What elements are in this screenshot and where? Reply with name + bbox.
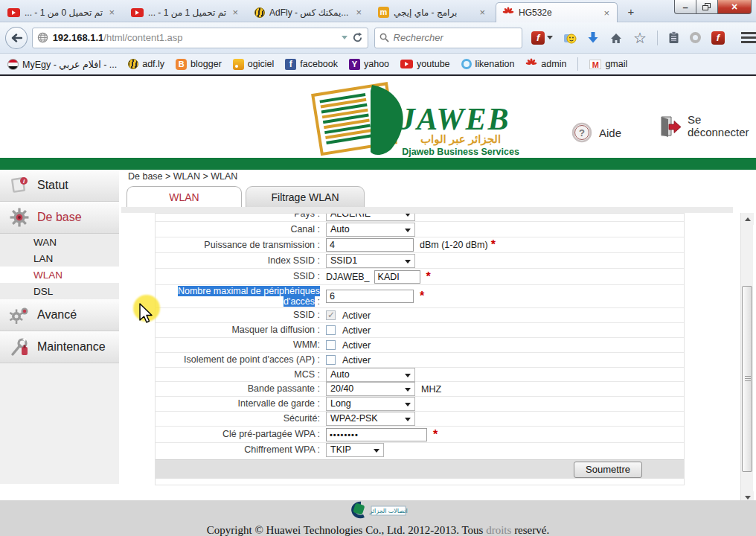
sidebar-item-de-base[interactable]: De base xyxy=(0,202,119,234)
browser-window: تم تحميل 0 من 1 - ... × تم تحميل 1 من 1 … xyxy=(0,0,756,536)
security-select[interactable]: WPA2-PSK xyxy=(326,412,415,426)
max-devices-input[interactable] xyxy=(326,290,414,303)
field-suffix: MHZ xyxy=(421,384,441,395)
close-icon[interactable]: × xyxy=(354,7,363,17)
ghostery-icon[interactable] xyxy=(690,32,701,43)
help-link[interactable]: ? Aide xyxy=(571,122,621,143)
logout-link[interactable]: Se déconnecter xyxy=(656,113,756,138)
triangle-down-icon xyxy=(745,496,751,500)
minimize-button[interactable]: – xyxy=(674,0,696,14)
page-footer: اتصالات الجزائر Copyright © Huawei Techn… xyxy=(0,500,756,536)
mcs-select[interactable]: Auto xyxy=(326,368,415,382)
bookmark-blogger[interactable]: Bblogger xyxy=(176,59,222,70)
menu-hamburger-icon[interactable] xyxy=(741,32,756,43)
index-ssid-select[interactable]: SSID1 xyxy=(326,254,415,268)
svg-text:الجزائر عبر الواب: الجزائر عبر الواب xyxy=(420,133,501,146)
copyright-prefix: Copyright © Huawei Technologies Co., Ltd… xyxy=(207,524,486,536)
tab-wlan[interactable]: WLAN xyxy=(126,186,242,208)
tab-myegy[interactable]: m برامج - ماي إيجي × xyxy=(372,2,493,22)
tab-title: تم تحميل 0 من 1 - ... xyxy=(25,7,103,18)
ssid-enable-checkbox xyxy=(326,310,336,320)
bookmark-admin[interactable]: admin xyxy=(525,58,566,70)
chevron-down-icon xyxy=(547,36,553,39)
tab-youtube-1[interactable]: تم تحميل 0 من 1 - ... × xyxy=(1,2,122,22)
flash-addon-button[interactable]: f xyxy=(531,31,553,45)
bookmark-gmail[interactable]: Mgmail xyxy=(589,59,627,69)
sidebar-item-label: WLAN xyxy=(33,269,63,281)
required-marker: * xyxy=(491,238,496,252)
home-icon[interactable] xyxy=(609,32,623,44)
wpa-key-input[interactable] xyxy=(326,428,427,441)
bookmark-label: likenation xyxy=(475,59,515,69)
search-box[interactable] xyxy=(374,28,522,48)
sidebar-item-maintenance[interactable]: Maintenance xyxy=(0,331,119,363)
clipboard-icon[interactable] xyxy=(668,31,679,44)
submit-button[interactable]: Soumettre xyxy=(574,462,642,478)
tab-adfly[interactable]: AdFly - يمكنك كس... × xyxy=(249,2,369,22)
scroll-up-button[interactable] xyxy=(741,213,754,225)
sidebar-item-wlan[interactable]: WLAN xyxy=(0,267,119,283)
search-icon xyxy=(379,33,389,42)
puissance-input[interactable] xyxy=(326,238,414,252)
canal-select[interactable]: Auto xyxy=(326,223,415,237)
bookmark-likenation[interactable]: likenation xyxy=(461,59,515,69)
bookmark-facebook[interactable]: ffacebook xyxy=(285,59,338,70)
wmm-checkbox[interactable] xyxy=(326,340,336,350)
canal-select-value: Auto xyxy=(330,224,350,234)
close-window-button[interactable]: × xyxy=(717,0,752,14)
flashgot-icon[interactable]: f xyxy=(711,31,725,45)
bookmark-star-icon[interactable]: ☆ xyxy=(633,31,647,45)
sidebar-item-label: WAN xyxy=(33,237,57,248)
bookmark-myegy[interactable]: MyEgy - افلام عربي - ... xyxy=(7,59,117,70)
sidebar-item-dsl[interactable]: DSL xyxy=(0,283,119,299)
bandwidth-select[interactable]: 20/40 xyxy=(326,382,415,396)
frame-scrollbar[interactable] xyxy=(740,213,753,503)
required-marker: * xyxy=(433,428,438,441)
tab-filtrage-wlan[interactable]: Filtrage WLAN xyxy=(246,186,365,208)
field-label: Isolement de point d'acces (AP) : xyxy=(156,354,326,365)
bookmark-ogiciel[interactable]: ogiciel xyxy=(233,59,274,70)
sidebar-item-label: Statut xyxy=(37,179,68,192)
router-page: JAWEB الجزائر عبر الواب Djaweb Business … xyxy=(0,76,756,536)
bookmark-label: yahoo xyxy=(364,59,389,69)
restore-button[interactable] xyxy=(696,0,717,14)
sidebar-item-wan[interactable]: WAN xyxy=(0,234,119,250)
form-row: Canal : Auto xyxy=(156,221,684,237)
bookmark-adfly[interactable]: adf.ly xyxy=(128,59,164,69)
mcs-select-value: Auto xyxy=(330,369,350,380)
scrollbar-thumb[interactable] xyxy=(742,286,752,472)
sidebar-item-lan[interactable]: LAN xyxy=(0,250,119,267)
bookmark-label: gmail xyxy=(605,59,627,69)
bookmark-label: MyEgy - افلام عربي - ... xyxy=(22,59,117,70)
new-tab-button[interactable]: + xyxy=(622,4,640,19)
tab-hg532e-active[interactable]: HG532e × xyxy=(496,2,618,22)
wrench-icon xyxy=(9,337,30,357)
back-button[interactable] xyxy=(5,27,28,49)
algerie-telecom-logo: اتصالات الجزائر xyxy=(345,500,411,520)
form-row: SSID : DJAWEB_ * xyxy=(156,268,684,284)
smiley-addon-icon[interactable] xyxy=(563,31,577,45)
bookmark-yahoo[interactable]: Yyahoo xyxy=(349,59,389,70)
close-icon[interactable]: × xyxy=(602,8,611,18)
close-icon[interactable]: × xyxy=(107,7,116,17)
pays-select[interactable]: ALGERIE xyxy=(326,213,415,221)
close-icon[interactable]: × xyxy=(231,7,240,17)
ap-isolation-checkbox[interactable] xyxy=(326,355,336,365)
sidebar-item-label: Maintenance xyxy=(37,340,106,354)
tab-youtube-2[interactable]: تم تحميل 1 من 1 - ... × xyxy=(125,2,246,22)
field-label: Puissance de transmission : xyxy=(156,240,326,250)
reload-icon[interactable] xyxy=(352,32,363,43)
tab-bar: تم تحميل 0 من 1 - ... × تم تحميل 1 من 1 … xyxy=(0,0,756,22)
ssid-input[interactable] xyxy=(374,270,420,284)
sidebar-item-statut[interactable]: i Statut xyxy=(0,170,119,202)
close-icon[interactable]: × xyxy=(478,7,487,17)
guard-interval-select[interactable]: Long xyxy=(326,397,415,411)
sidebar-item-avance[interactable]: Avancé xyxy=(0,299,119,331)
hide-broadcast-checkbox[interactable] xyxy=(326,325,336,335)
search-input[interactable] xyxy=(394,32,505,43)
url-bar[interactable]: 192.168.1.1/html/content1.asp xyxy=(32,28,368,48)
bookmark-youtube[interactable]: youtube xyxy=(400,59,449,69)
download-icon[interactable] xyxy=(587,31,599,44)
wpa-encryption-select[interactable]: TKIP xyxy=(326,443,384,457)
url-dropdown-icon[interactable] xyxy=(342,36,347,39)
